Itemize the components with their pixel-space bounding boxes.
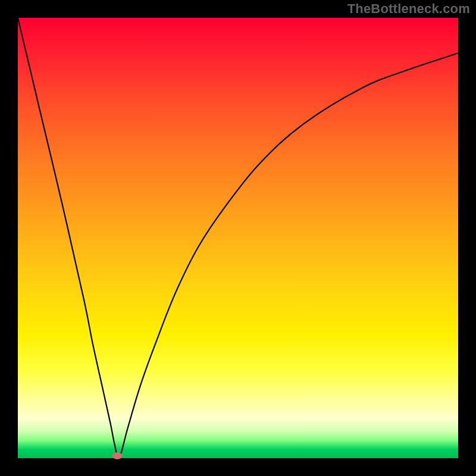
data-marker <box>112 452 122 459</box>
plot-area <box>18 18 458 458</box>
curve-svg <box>18 18 458 458</box>
watermark-text: TheBottleneck.com <box>347 1 470 17</box>
chart-frame: TheBottleneck.com <box>0 0 476 476</box>
curve-line <box>18 18 458 458</box>
